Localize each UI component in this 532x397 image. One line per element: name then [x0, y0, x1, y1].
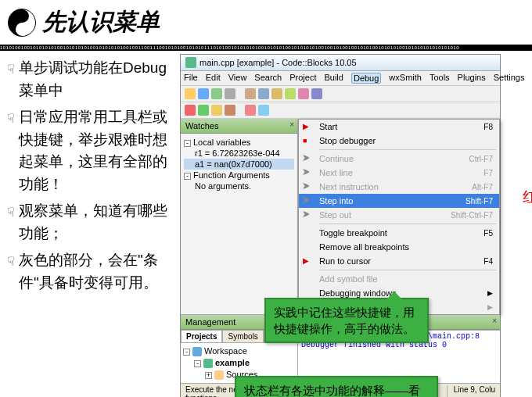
stop-icon: ■ [303, 135, 314, 146]
menu-item-stop-debugger[interactable]: ■Stop debugger [299, 134, 499, 148]
window-titlebar: main.cpp [example] - Code::Blocks 10.05 [181, 55, 500, 71]
copy-icon[interactable] [285, 88, 296, 99]
menu-item-remove-all-breakpoints[interactable]: Remove all breakpoints [299, 240, 499, 254]
bullet-icon: ☟ [3, 60, 19, 79]
rebuild-icon[interactable] [225, 105, 235, 116]
arrow-icon: ⮞ [303, 153, 314, 164]
bullet-icon: ☟ [3, 109, 19, 128]
menu-file[interactable]: File [184, 73, 198, 84]
menu-item-run-to-cursor[interactable]: ▶Run to cursorF4 [299, 254, 499, 268]
menu-item-step-into[interactable]: ⮞Step intoShift-F7 [299, 194, 499, 208]
menubar[interactable]: FileEditViewSearchProjectBuildDebugwxSmi… [181, 71, 500, 86]
watches-tree[interactable]: -Local variablesr1 = 6.72623263e-044a1 =… [181, 134, 297, 195]
window-title: main.cpp [example] - Code::Blocks 10.05 [200, 58, 357, 67]
close-icon[interactable]: × [492, 317, 497, 325]
menu-wxsmith[interactable]: wxSmith [389, 73, 422, 84]
play-icon: ▶ [303, 121, 314, 132]
page-title: 先认识菜单 [42, 6, 160, 38]
menu-build[interactable]: Build [324, 73, 343, 84]
toolbar-2[interactable] [181, 102, 500, 119]
menu-plugins[interactable]: Plugins [458, 73, 486, 84]
src-icon [214, 370, 224, 380]
save-icon[interactable] [211, 88, 222, 99]
app-icon [185, 57, 196, 68]
callout-statusbar: 状态栏有各选中功能的解释——看解释，便于学习。 [235, 376, 438, 397]
menu-item-continue: ⮞ContinueCtrl-F7 [299, 152, 499, 166]
bullet-list: ☟单步调试功能在Debug菜单中 ☟日常应用常用工具栏或快捷键，举步艰难时想起菜… [0, 51, 180, 397]
menu-item-step-out: ⮞Step outShift-Ctrl-F7 [299, 208, 499, 222]
new-icon[interactable] [185, 88, 196, 99]
debug-icon[interactable] [245, 105, 256, 116]
next-icon: ⮞ [303, 167, 314, 178]
run-icon: ▶ [303, 256, 314, 266]
bullet-text: 观察菜单，知道有哪些功能； [19, 200, 174, 245]
nexti-icon: ⮞ [303, 181, 314, 192]
bullet-text: 灰色的部分，会在"条件"具备时变得可用。 [19, 249, 174, 294]
bullet-icon: ☟ [3, 252, 19, 271]
watch-item[interactable]: -Local variables [184, 137, 294, 148]
menu-settings[interactable]: Settings [494, 73, 525, 84]
bullet-text: 单步调试功能在Debug菜单中 [19, 57, 174, 102]
ide-window: main.cpp [example] - Code::Blocks 10.05 … [180, 54, 501, 397]
menu-view[interactable]: View [228, 73, 247, 84]
watch-item[interactable]: a1 = nan(0x7d7000) [184, 159, 294, 170]
binary-decoration: 1010100100101010101001010101010010101010… [0, 45, 532, 51]
buildrun-icon[interactable] [211, 105, 222, 116]
menu-tools[interactable]: Tools [430, 73, 450, 84]
watches-header: Watches × [181, 119, 297, 134]
bullet-text: 日常应用常用工具栏或快捷键，举步艰难时想起菜单，这里有全部的功能！ [19, 106, 174, 195]
menu-edit[interactable]: Edit [206, 73, 221, 84]
open-icon[interactable] [198, 88, 209, 99]
status-position: Line 9, Colu [447, 385, 495, 397]
yin-yang-logo: 0 1 [8, 9, 36, 37]
saveall-icon[interactable] [225, 88, 235, 99]
watch-item[interactable]: -Function Arguments [184, 170, 294, 181]
toolbar[interactable] [181, 86, 500, 102]
ws-icon [192, 347, 202, 356]
red-edge-text: 红 [523, 188, 532, 206]
close-icon[interactable]: × [289, 120, 294, 129]
menu-debug[interactable]: Debug [351, 73, 381, 84]
prj-icon [203, 359, 213, 368]
cut-icon[interactable] [271, 88, 282, 99]
mgmt-tab-projects[interactable]: Projects [181, 330, 222, 343]
step-icon[interactable] [258, 105, 269, 116]
project-tree-item[interactable]: -Workspace [183, 345, 295, 357]
redo-icon[interactable] [258, 88, 269, 99]
watch-item[interactable]: r1 = 6.72623263e-044 [184, 148, 294, 159]
menu-item-toggle-breakpoint[interactable]: Toggle breakpointF5 [299, 226, 499, 240]
menu-item-start[interactable]: ▶StartF8 [299, 120, 499, 134]
stepout-icon: ⮞ [303, 209, 314, 220]
project-tree-item[interactable]: -example [183, 357, 295, 369]
stepin-icon: ⮞ [303, 195, 314, 206]
build-icon[interactable] [185, 105, 196, 116]
menu-project[interactable]: Project [289, 73, 316, 84]
paste-icon[interactable] [298, 88, 309, 99]
bullet-icon: ☟ [3, 203, 19, 222]
menu-item-next-line: ⮞Next lineF7 [299, 166, 499, 180]
run-icon[interactable] [198, 105, 209, 116]
find-icon[interactable] [311, 88, 322, 99]
menu-item-next-instruction: ⮞Next instructionAlt-F7 [299, 180, 499, 194]
menu-search[interactable]: Search [254, 73, 282, 84]
watch-item[interactable]: No arguments. [184, 181, 294, 191]
callout-shortcuts: 实践中记住这些快捷键，用快捷键操作，高手的做法。 [264, 298, 429, 343]
mgmt-tab-symbols[interactable]: Symbols [222, 330, 263, 343]
undo-icon[interactable] [245, 88, 256, 99]
